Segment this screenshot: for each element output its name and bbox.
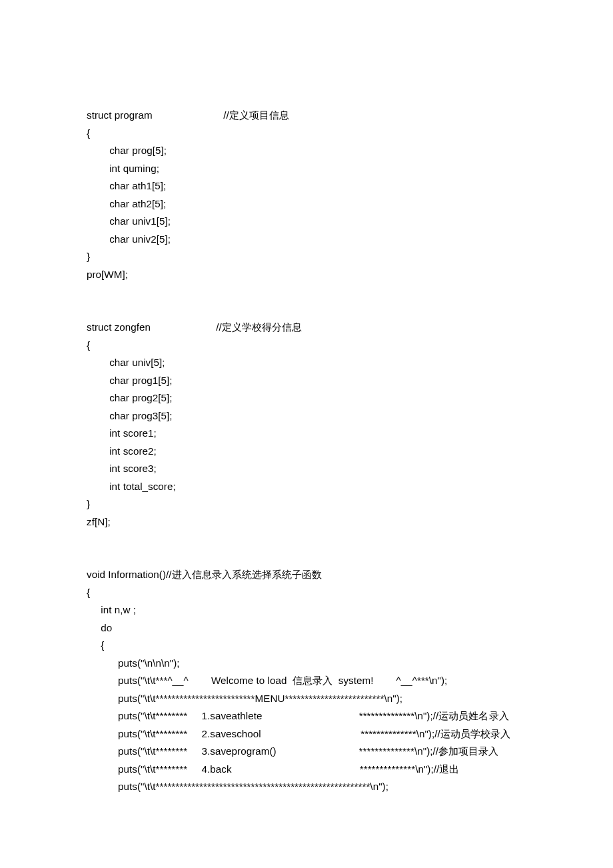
code-line: struct zongfen //定义学校得分信息: [87, 321, 302, 333]
code-line: void Information()//进入信息录入系统选择系统子函数: [87, 569, 322, 580]
code-line: char univ[5];: [87, 357, 165, 368]
code-line: puts("\t\t*************************MENU*…: [87, 693, 402, 704]
code-line: char ath1[5];: [87, 180, 166, 191]
code-line: pro[WM];: [87, 269, 128, 280]
code-line: char univ2[5];: [87, 233, 171, 245]
code-line: {: [87, 127, 90, 139]
code-line: char prog[5];: [87, 145, 167, 156]
code-line: char prog2[5];: [87, 392, 173, 403]
code-line: char ath2[5];: [87, 198, 166, 209]
code-line: int total_score;: [87, 481, 176, 492]
code-line: }: [87, 251, 90, 262]
code-line: puts("\t\t***^__^ Welcome to load 信息录入 s…: [87, 675, 447, 686]
code-line: int quming;: [87, 163, 159, 174]
code-line: char prog1[5];: [87, 375, 173, 386]
code-line: int score3;: [87, 463, 157, 474]
code-line: {: [87, 587, 90, 598]
code-line: int score2;: [87, 445, 157, 457]
code-line: puts("\t\t******** 1.saveathlete *******…: [87, 710, 509, 721]
code-line: int score1;: [87, 427, 157, 439]
code-line: puts("\t\t******** 4.back **************…: [87, 763, 459, 775]
code-line: char univ1[5];: [87, 215, 171, 227]
code-line: puts("\n\n\n");: [87, 657, 180, 669]
code-line: char prog3[5];: [87, 410, 173, 421]
code-document: struct program //定义项目信息 { char prog[5]; …: [0, 0, 613, 856]
code-line: }: [87, 498, 90, 509]
code-line: {: [87, 639, 104, 651]
code-line: puts("\t\t******** 3.saveprogram() *****…: [87, 745, 498, 757]
code-line: int n,w ;: [87, 604, 136, 615]
code-line: do: [87, 622, 112, 633]
code-line: puts("\t\t******** 2.saveschool ********…: [87, 728, 510, 739]
code-line: zf[N];: [87, 516, 111, 527]
code-line: puts("\t\t******************************…: [87, 781, 388, 792]
code-line: {: [87, 339, 90, 351]
code-line: struct program //定义项目信息: [87, 109, 289, 121]
